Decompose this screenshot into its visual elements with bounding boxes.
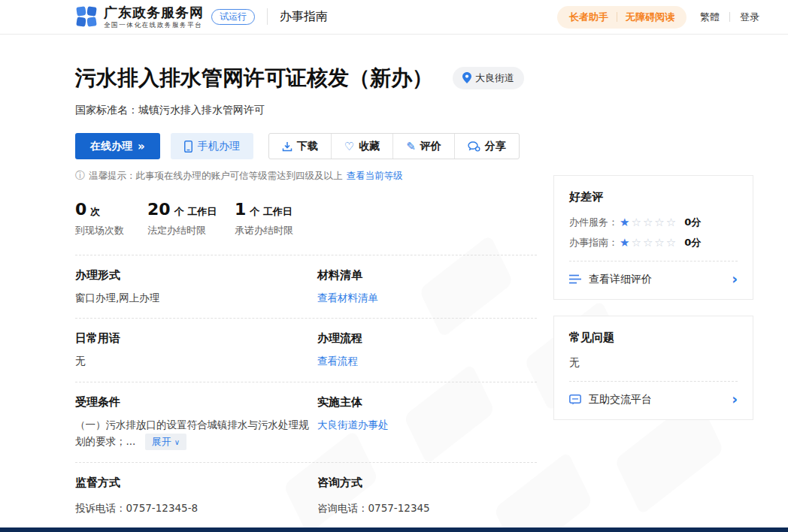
mobile-apply-label: 手机办理 bbox=[198, 140, 240, 153]
site-logo-text: 广东政务服务网 全国一体化在线政务服务平台 bbox=[104, 5, 204, 29]
site-name: 广东政务服务网 bbox=[104, 5, 204, 20]
row-label: 实施主体 bbox=[317, 395, 537, 410]
implementing-agency-link[interactable]: 大良街道办事处 bbox=[317, 419, 389, 431]
faq-card: 常见问题 无 互助交流平台 › bbox=[553, 316, 753, 420]
download-button[interactable]: 下载 bbox=[269, 134, 332, 159]
complaint-phone: 投诉电话：0757-12345-8 bbox=[75, 500, 317, 516]
header-divider-2 bbox=[729, 12, 730, 22]
stat-statutory-value: 20 bbox=[147, 200, 171, 219]
sidebar: 好差评 办件服务： ★☆☆☆☆ 0分 办事指南： ★☆☆☆☆ 0分 查看详细评价… bbox=[553, 175, 753, 436]
download-label: 下载 bbox=[297, 140, 318, 153]
faq-card-title: 常见问题 bbox=[569, 331, 738, 345]
mobile-apply-button[interactable]: 手机办理 bbox=[171, 133, 253, 159]
row-label: 咨询方式 bbox=[317, 476, 537, 490]
stat-visits-label: 到现场次数 bbox=[75, 224, 147, 237]
chat-icon bbox=[569, 394, 581, 405]
chevron-right-icon: › bbox=[732, 392, 738, 407]
stats-row: 0 次 到现场次数 20 个 工作日 法定办结时限 1 个 工作日 承诺办结时限 bbox=[75, 200, 537, 237]
stat-promised-value: 1 bbox=[235, 200, 246, 219]
breadcrumb-service-guide: 办事指南 bbox=[280, 9, 328, 25]
expand-button[interactable]: 展开∨ bbox=[145, 434, 186, 450]
heart-icon: ♡ bbox=[344, 140, 354, 153]
tip-text: 温馨提示：此事项在线办理的账户可信等级需达到四级及以上 bbox=[89, 170, 343, 183]
stat-promised-label: 承诺办结时限 bbox=[235, 224, 293, 237]
faq-value: 无 bbox=[569, 356, 738, 370]
stat-statutory-limit: 20 个 工作日 法定办结时限 bbox=[147, 200, 235, 237]
site-header: 广东政务服务网 全国一体化在线政务服务平台 试运行 办事指南 长者助手 无障碍阅… bbox=[0, 0, 788, 35]
online-apply-label: 在线办理 bbox=[90, 140, 132, 153]
traditional-chinese-link[interactable]: 繁體 bbox=[700, 11, 720, 24]
online-apply-button[interactable]: 在线办理 » bbox=[75, 133, 160, 159]
location-pin-icon bbox=[462, 72, 471, 83]
row-label: 办理流程 bbox=[317, 331, 537, 346]
action-buttons: 在线办理 » 手机办理 下载 bbox=[75, 133, 537, 159]
evaluate-button[interactable]: ✎ 评价 bbox=[393, 134, 455, 159]
card-divider bbox=[569, 381, 738, 382]
site-logo-icon bbox=[75, 5, 98, 28]
row-value: 无 bbox=[75, 352, 317, 369]
rating-row-guide: 办事指南： ★☆☆☆☆ 0分 bbox=[569, 236, 738, 249]
rating-card-title: 好差评 bbox=[569, 190, 738, 204]
favorite-button[interactable]: ♡ 收藏 bbox=[332, 134, 393, 159]
card-divider bbox=[569, 261, 738, 261]
mutual-help-platform-link[interactable]: 互助交流平台 › bbox=[569, 392, 738, 407]
assist-pill: 长者助手 无障碍阅读 bbox=[557, 6, 686, 29]
footer-bar bbox=[0, 527, 788, 532]
download-icon bbox=[282, 141, 292, 152]
rating-row-label: 办事指南： bbox=[569, 236, 618, 249]
row-label: 监督方式 bbox=[75, 476, 317, 490]
info-row-supervision: 监督方式 投诉电话：0757-12345-8 咨询方式 咨询电话：0757-12… bbox=[75, 462, 537, 528]
rating-score: 0分 bbox=[684, 216, 701, 229]
view-process-link[interactable]: 查看流程 bbox=[317, 355, 358, 367]
elder-helper-link[interactable]: 长者助手 bbox=[569, 11, 608, 24]
stat-visits-unit: 次 bbox=[90, 205, 100, 219]
material-list-link[interactable]: 查看材料清单 bbox=[317, 292, 378, 304]
acceptance-conditions-text: （一）污水排放口的设置符合城镇排水与污水处理规划的要求；... bbox=[75, 419, 309, 447]
chevron-down-icon: ∨ bbox=[174, 438, 180, 446]
check-level-link[interactable]: 查看当前等级 bbox=[347, 170, 403, 183]
rating-card: 好差评 办件服务： ★☆☆☆☆ 0分 办事指南： ★☆☆☆☆ 0分 查看详细评价… bbox=[553, 175, 753, 300]
tip-row: ⓘ 温馨提示：此事项在线办理的账户可信等级需达到四级及以上 查看当前等级 bbox=[75, 169, 537, 183]
info-row-handling-form: 办理形式 窗口办理,网上办理 材料清单 查看材料清单 bbox=[75, 255, 537, 318]
row-label: 材料清单 bbox=[317, 268, 537, 283]
rating-score: 0分 bbox=[684, 236, 701, 249]
share-icon bbox=[468, 141, 480, 152]
info-row-acceptance-conditions: 受理条件 （一）污水排放口的设置符合城镇排水与污水处理规划的要求；... 展开∨… bbox=[75, 382, 537, 462]
consult-phone: 咨询电话：0757-12345 bbox=[317, 500, 537, 516]
star-rating[interactable]: ★☆☆☆☆ bbox=[620, 217, 677, 228]
location-badge-label: 大良街道 bbox=[475, 71, 514, 85]
list-icon bbox=[569, 274, 581, 284]
row-label: 受理条件 bbox=[75, 395, 317, 410]
login-link[interactable]: 登录 bbox=[740, 11, 759, 24]
page-title: 污水排入排水管网许可证核发（新办） bbox=[75, 65, 433, 91]
evaluate-label: 评价 bbox=[420, 140, 441, 153]
rating-row-service: 办件服务： ★☆☆☆☆ 0分 bbox=[569, 216, 738, 229]
detailed-rating-link[interactable]: 查看详细评价 › bbox=[569, 272, 738, 286]
star-filled-icon: ★ bbox=[620, 236, 631, 249]
header-divider bbox=[267, 8, 268, 25]
rating-row-label: 办件服务： bbox=[569, 216, 618, 229]
trial-badge: 试运行 bbox=[211, 9, 255, 24]
info-row-daily-terms: 日常用语 无 办理流程 查看流程 bbox=[75, 318, 537, 381]
location-badge[interactable]: 大良街道 bbox=[453, 67, 524, 89]
row-label: 办理形式 bbox=[75, 268, 317, 283]
stat-statutory-unit: 个 工作日 bbox=[174, 205, 217, 219]
detailed-rating-label: 查看详细评价 bbox=[589, 273, 652, 286]
star-filled-icon: ★ bbox=[620, 216, 631, 229]
stat-promised-unit: 个 工作日 bbox=[250, 205, 292, 219]
expand-label: 展开 bbox=[152, 436, 171, 447]
mutual-help-platform-label: 互助交流平台 bbox=[589, 393, 652, 407]
phone-icon bbox=[184, 141, 192, 153]
secondary-actions-group: 下载 ♡ 收藏 ✎ 评价 分享 bbox=[268, 133, 520, 159]
favorite-label: 收藏 bbox=[359, 140, 380, 153]
share-label: 分享 bbox=[485, 140, 506, 153]
row-value: 窗口办理,网上办理 bbox=[75, 289, 317, 306]
double-arrow-icon: » bbox=[138, 140, 145, 153]
accessibility-link[interactable]: 无障碍阅读 bbox=[626, 11, 674, 24]
star-empty-icon: ☆☆☆☆ bbox=[631, 236, 677, 249]
site-subtitle: 全国一体化在线政务服务平台 bbox=[104, 22, 204, 29]
info-rows: 办理形式 窗口办理,网上办理 材料清单 查看材料清单 日常用语 无 办理流程 查… bbox=[75, 255, 537, 532]
star-rating[interactable]: ★☆☆☆☆ bbox=[620, 237, 677, 249]
info-icon: ⓘ bbox=[75, 169, 85, 183]
share-button[interactable]: 分享 bbox=[455, 134, 519, 159]
